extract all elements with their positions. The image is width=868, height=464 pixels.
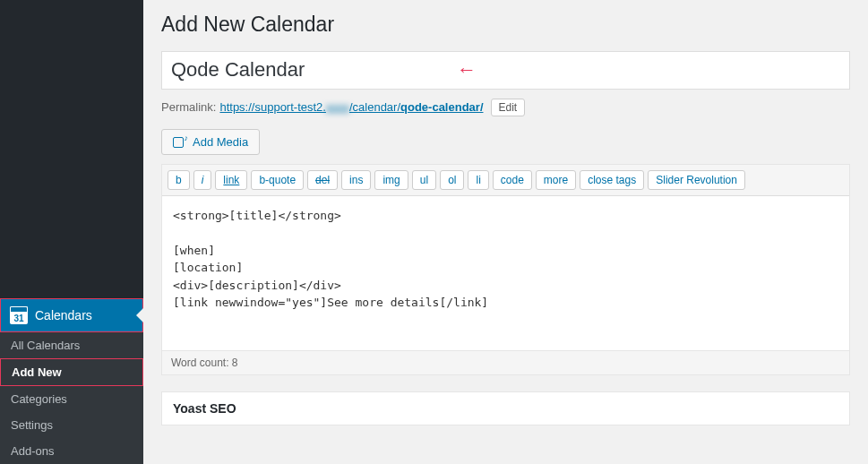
quicktag-ul[interactable]: ul bbox=[412, 170, 436, 190]
current-menu-arrow bbox=[136, 308, 143, 322]
calendar-icon: 31 bbox=[10, 306, 28, 324]
title-wrap: ← bbox=[161, 51, 850, 90]
sidebar-item-add-ons[interactable]: Add-ons bbox=[0, 438, 143, 464]
quicktag-ins[interactable]: ins bbox=[341, 170, 371, 190]
sidebar-item-calendars[interactable]: 31 Calendars bbox=[0, 298, 143, 332]
quicktag-b-quote[interactable]: b-quote bbox=[251, 170, 304, 190]
content-textarea[interactable] bbox=[162, 196, 849, 347]
quicktag-link[interactable]: link bbox=[215, 170, 247, 190]
quicktag-img[interactable]: img bbox=[374, 170, 408, 190]
quicktag-li[interactable]: li bbox=[468, 170, 488, 190]
metabox-title[interactable]: Yoast SEO bbox=[162, 392, 849, 425]
quicktag-ol[interactable]: ol bbox=[440, 170, 464, 190]
sidebar-spacer bbox=[0, 0, 143, 298]
post-title-input[interactable] bbox=[161, 51, 850, 90]
media-icon bbox=[173, 135, 187, 148]
quicktags-toolbar: bilinkb-quotedelinsimgulollicodemoreclos… bbox=[162, 165, 849, 196]
sidebar-main-label: Calendars bbox=[35, 308, 92, 322]
edit-permalink-button[interactable]: Edit bbox=[491, 99, 526, 116]
sidebar-submenu: All CalendarsAdd NewCategoriesSettingsAd… bbox=[0, 332, 143, 464]
sidebar-item-categories[interactable]: Categories bbox=[0, 386, 143, 412]
yoast-metabox: Yoast SEO bbox=[161, 391, 850, 425]
add-media-label: Add Media bbox=[193, 135, 248, 149]
sidebar-item-add-new[interactable]: Add New bbox=[0, 358, 143, 386]
page-title: Add New Calendar bbox=[161, 13, 850, 37]
quicktag-slider-revolution[interactable]: Slider Revolution bbox=[648, 170, 745, 190]
quicktag-i[interactable]: i bbox=[193, 170, 212, 190]
quicktag-del[interactable]: del bbox=[307, 170, 338, 190]
quicktag-more[interactable]: more bbox=[536, 170, 576, 190]
admin-sidebar: 31 Calendars All CalendarsAdd NewCategor… bbox=[0, 0, 143, 464]
word-count-bar: Word count: 8 bbox=[162, 350, 849, 374]
quicktag-close-tags[interactable]: close tags bbox=[580, 170, 644, 190]
permalink-link[interactable]: https://support-test2.xxxx/calendar/qode… bbox=[219, 100, 483, 114]
permalink-label: Permalink: bbox=[161, 100, 216, 114]
main-content: Add New Calendar ← Permalink: https://su… bbox=[143, 0, 868, 464]
quicktag-code[interactable]: code bbox=[493, 170, 532, 190]
editor-container: bilinkb-quotedelinsimgulollicodemoreclos… bbox=[161, 164, 850, 375]
add-media-button[interactable]: Add Media bbox=[161, 129, 260, 155]
quicktag-b[interactable]: b bbox=[168, 170, 190, 190]
sidebar-item-all-calendars[interactable]: All Calendars bbox=[0, 332, 143, 358]
permalink-row: Permalink: https://support-test2.xxxx/ca… bbox=[161, 99, 850, 116]
sidebar-item-settings[interactable]: Settings bbox=[0, 412, 143, 438]
